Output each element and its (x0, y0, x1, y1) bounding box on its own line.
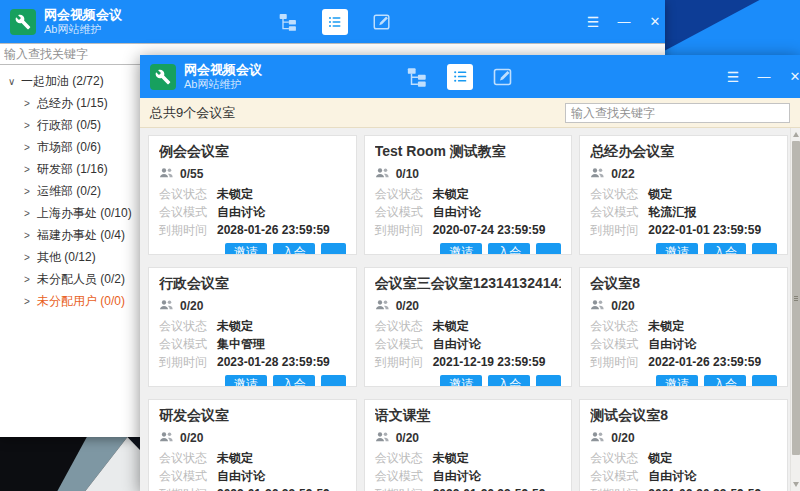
meeting-rooms-titlebar[interactable]: 网会视频会议 Ab网站维护 ☰ — ✕ (140, 55, 800, 98)
mode-label: 会议模式 (590, 205, 648, 219)
scrollbar-grip-icon (794, 298, 798, 299)
status-value: 未锁定 (648, 319, 684, 333)
chevron-icon[interactable]: > (24, 142, 37, 153)
tree-item-label: 运维部 (0/2) (37, 183, 101, 200)
status-value: 未锁定 (217, 319, 253, 333)
join-button[interactable]: 入会 (273, 375, 315, 387)
people-count-icon (375, 165, 390, 183)
invite-button[interactable]: 邀请 (440, 243, 482, 255)
people-count-icon (375, 297, 390, 315)
chevron-icon[interactable]: > (24, 164, 37, 175)
room-member-count: 0/20 (180, 299, 203, 313)
expire-label: 到期时间 (590, 223, 648, 237)
chevron-icon[interactable]: > (24, 274, 37, 285)
room-card: 语文课堂 0/20 会议状态 未锁定 会议模式 自由讨论 到期时间 2022-0… (364, 399, 573, 491)
tree-item-label: 未分配人员 (0/2) (37, 271, 125, 288)
invite-button[interactable]: 邀请 (656, 375, 698, 387)
expire-value: 2023-01-28 23:59:59 (217, 355, 330, 369)
app-title: 网会视频会议 (44, 8, 122, 23)
invite-button[interactable]: 邀请 (225, 375, 267, 387)
expire-label: 到期时间 (159, 487, 217, 491)
summary-bar: 总共9个会议室 (140, 98, 800, 128)
more-button[interactable]: ... (321, 243, 346, 255)
mode-value: 自由讨论 (217, 205, 265, 219)
room-name: 会议室三会议室123141324141三会... (375, 275, 562, 293)
people-count-icon (590, 429, 605, 447)
mode-label: 会议模式 (159, 469, 217, 483)
status-value: 未锁定 (217, 451, 253, 465)
org-chart-icon[interactable] (405, 65, 429, 89)
contacts-window-titlebar[interactable]: 网会视频会议 Ab网站维护 ☰ — ✕ (0, 0, 665, 43)
room-member-count: 0/20 (611, 431, 634, 445)
meeting-list-icon[interactable] (447, 64, 473, 90)
meeting-rooms-window: 网会视频会议 Ab网站维护 ☰ — ✕ 总共9个会议室 (140, 55, 800, 491)
expire-label: 到期时间 (375, 223, 433, 237)
room-card: 研发会议室 0/20 会议状态 未锁定 会议模式 自由讨论 到期时间 2022-… (148, 399, 357, 491)
minimize-button[interactable]: — (756, 70, 772, 83)
org-chart-icon[interactable] (276, 10, 300, 34)
invite-button[interactable]: 邀请 (225, 243, 267, 255)
chevron-icon[interactable]: > (24, 252, 37, 263)
edit-icon[interactable] (370, 10, 394, 34)
chevron-icon[interactable]: ∨ (8, 76, 21, 87)
invite-button[interactable]: 邀请 (656, 243, 698, 255)
close-button[interactable]: ✕ (787, 70, 800, 83)
room-name: Test Room 测试教室 (375, 143, 562, 161)
more-button[interactable]: ... (752, 375, 777, 387)
status-value: 未锁定 (433, 319, 469, 333)
scroll-down-icon[interactable] (793, 482, 799, 487)
chevron-icon[interactable]: > (24, 208, 37, 219)
wrench-app-icon (150, 64, 176, 90)
status-label: 会议状态 (159, 451, 217, 465)
menu-icon[interactable]: ☰ (725, 70, 741, 84)
scroll-up-icon[interactable] (793, 132, 799, 137)
tree-item-label: 一起加油 (2/72) (21, 73, 104, 90)
chevron-icon[interactable]: > (24, 98, 37, 109)
chevron-icon[interactable]: > (24, 186, 37, 197)
room-name: 会议室8 (590, 275, 777, 293)
meeting-list-icon[interactable] (322, 9, 348, 35)
edit-icon[interactable] (491, 65, 515, 89)
chevron-icon[interactable]: > (24, 230, 37, 241)
status-label: 会议状态 (375, 319, 433, 333)
status-label: 会议状态 (375, 187, 433, 201)
room-name: 总经办会议室 (590, 143, 777, 161)
menu-icon[interactable]: ☰ (585, 15, 601, 29)
join-button[interactable]: 入会 (488, 243, 530, 255)
expire-value: 2028-01-26 23:59:59 (217, 223, 330, 237)
chevron-icon[interactable]: > (24, 120, 37, 131)
status-label: 会议状态 (590, 451, 648, 465)
minimize-button[interactable]: — (616, 15, 632, 28)
join-button[interactable]: 入会 (273, 243, 315, 255)
room-card: 会议室三会议室123141324141三会... 0/20 会议状态 未锁定 会… (364, 267, 573, 387)
desktop-wallpaper-top-right (665, 0, 800, 55)
expire-label: 到期时间 (375, 355, 433, 369)
scrollbar-thumb[interactable] (792, 141, 800, 455)
invite-button[interactable]: 邀请 (440, 375, 482, 387)
app-subtitle: Ab网站维护 (184, 78, 262, 91)
close-button[interactable]: ✕ (647, 15, 663, 28)
mode-label: 会议模式 (375, 469, 433, 483)
app-subtitle: Ab网站维护 (44, 23, 122, 36)
tree-item-label: 福建办事处 (0/4) (37, 227, 125, 244)
mode-label: 会议模式 (375, 205, 433, 219)
expire-value: 2021-06-30 23:59:59 (648, 487, 761, 491)
room-member-count: 0/55 (180, 167, 203, 181)
join-button[interactable]: 入会 (704, 243, 746, 255)
more-button[interactable]: ... (752, 243, 777, 255)
scrollbar[interactable] (790, 128, 800, 491)
people-count-icon (590, 165, 605, 183)
mode-value: 自由讨论 (217, 469, 265, 483)
status-label: 会议状态 (590, 187, 648, 201)
app-title-block: 网会视频会议 Ab网站维护 (44, 8, 122, 36)
more-button[interactable]: ... (536, 375, 561, 387)
join-button[interactable]: 入会 (704, 375, 746, 387)
expire-value: 2020-07-24 23:59:59 (433, 223, 546, 237)
room-search-input[interactable] (565, 103, 790, 123)
more-button[interactable]: ... (536, 243, 561, 255)
room-card: 例会会议室 0/55 会议状态 未锁定 会议模式 自由讨论 到期时间 2028-… (148, 135, 357, 255)
more-button[interactable]: ... (321, 375, 346, 387)
chevron-icon[interactable]: > (24, 296, 37, 307)
desktop-wallpaper-bottom-left (0, 437, 140, 491)
join-button[interactable]: 入会 (488, 375, 530, 387)
